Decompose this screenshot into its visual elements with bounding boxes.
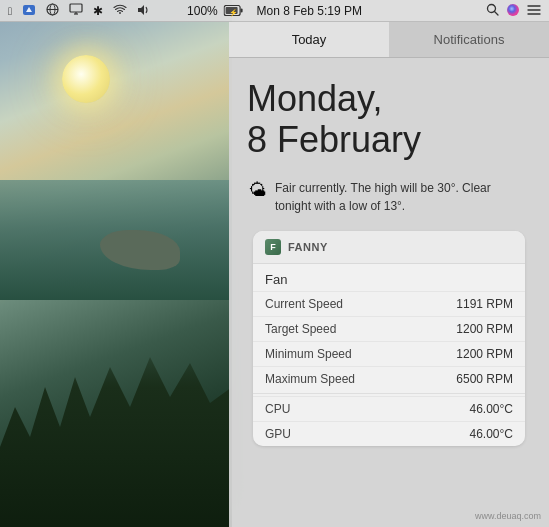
date-day-name: Monday, xyxy=(247,78,531,119)
fanny-widget: F FANNY Fan Current Speed 1191 RPM Targe… xyxy=(253,231,525,446)
fanny-fan-table: Current Speed 1191 RPM Target Speed 1200… xyxy=(253,291,525,391)
tab-today[interactable]: Today xyxy=(229,22,389,57)
moon xyxy=(62,55,110,103)
today-content: Monday, 8 February 🌤 Fair currently. The… xyxy=(229,58,549,458)
row-label: Target Speed xyxy=(265,322,336,336)
finder-icon xyxy=(22,3,36,19)
svg-point-15 xyxy=(507,4,519,16)
row-value: 6500 RPM xyxy=(456,372,513,386)
menubar:  ✱ xyxy=(0,0,549,22)
siri-icon[interactable] xyxy=(506,3,520,19)
search-icon[interactable] xyxy=(486,3,499,18)
globe-icon[interactable] xyxy=(46,3,59,18)
notification-center-panel: Today Notifications Monday, 8 February 🌤… xyxy=(229,22,549,527)
watermark: www.deuaq.com xyxy=(475,511,541,521)
wallpaper xyxy=(0,0,232,527)
menubar-right-icons xyxy=(486,3,541,19)
widget-divider xyxy=(253,393,525,394)
row-value: 1191 RPM xyxy=(456,297,513,311)
trees xyxy=(0,327,232,527)
row-label: Minimum Speed xyxy=(265,347,352,361)
row-label: CPU xyxy=(265,402,290,416)
battery-percent-label: 100% xyxy=(187,4,218,18)
svg-rect-5 xyxy=(70,4,82,12)
volume-icon[interactable] xyxy=(137,4,150,18)
row-label: Current Speed xyxy=(265,297,343,311)
battery-icon-inline: ⚡ xyxy=(223,4,246,18)
row-value: 1200 RPM xyxy=(456,347,513,361)
svg-line-14 xyxy=(495,12,499,16)
svg-text:⚡: ⚡ xyxy=(228,8,237,17)
screen-icon[interactable] xyxy=(69,3,83,18)
row-value: 46.00°C xyxy=(470,402,514,416)
row-label: Maximum Speed xyxy=(265,372,355,386)
menubar-datetime: 100% ⚡ Mon 8 Feb 5:19 PM xyxy=(187,4,362,18)
row-value: 1200 RPM xyxy=(456,322,513,336)
row-value: 46.00°C xyxy=(470,427,514,441)
notification-center-icon[interactable] xyxy=(527,4,541,18)
date-date: 8 February xyxy=(247,119,531,160)
weather-description: Fair currently. The high will be 30°. Cl… xyxy=(275,179,529,215)
fanny-temp-table: CPU 46.00°C GPU 46.00°C xyxy=(253,396,525,446)
table-row: Target Speed 1200 RPM xyxy=(253,316,525,341)
fanny-app-name: FANNY xyxy=(288,241,328,253)
row-label: GPU xyxy=(265,427,291,441)
weather-sun-icon: 🌤 xyxy=(249,180,267,201)
fanny-widget-header: F FANNY xyxy=(253,231,525,264)
svg-rect-12 xyxy=(240,9,242,13)
menubar-date-time: Mon 8 Feb 5:19 PM xyxy=(257,4,362,18)
wifi-icon[interactable] xyxy=(113,4,127,17)
table-row: CPU 46.00°C xyxy=(253,396,525,421)
svg-marker-8 xyxy=(138,5,144,15)
table-row: GPU 46.00°C xyxy=(253,421,525,446)
bluetooth-icon[interactable]: ✱ xyxy=(93,4,103,18)
tab-bar: Today Notifications xyxy=(229,22,549,58)
fanny-section-label: Fan xyxy=(253,264,525,291)
table-row: Current Speed 1191 RPM xyxy=(253,291,525,316)
date-display: Monday, 8 February xyxy=(247,78,531,161)
table-row: Minimum Speed 1200 RPM xyxy=(253,341,525,366)
tab-notifications[interactable]: Notifications xyxy=(389,22,549,57)
weather-row: 🌤 Fair currently. The high will be 30°. … xyxy=(247,179,531,215)
fanny-app-icon: F xyxy=(265,239,281,255)
apple-icon:  xyxy=(8,5,12,17)
table-row: Maximum Speed 6500 RPM xyxy=(253,366,525,391)
